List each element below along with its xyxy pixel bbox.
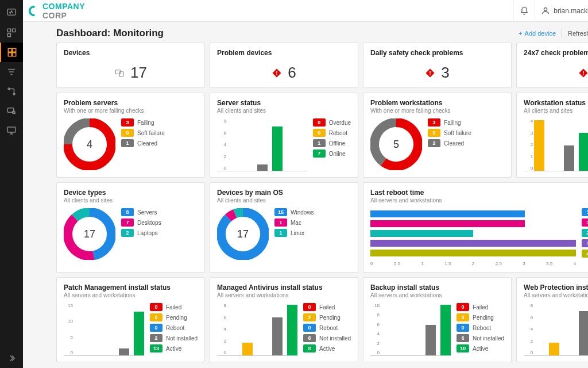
legend-item: 0 Failed bbox=[457, 303, 504, 311]
card-subtitle: All clients and sites bbox=[524, 108, 588, 114]
legend-label: Cleared bbox=[137, 140, 157, 147]
bar-chart: 1086420 bbox=[370, 303, 451, 356]
hbar-chart bbox=[370, 208, 576, 259]
kpi-problem-devices-card[interactable]: Problem devices 6 bbox=[210, 43, 358, 88]
problem-servers-card[interactable]: Problem servers With one or more failing… bbox=[56, 93, 205, 178]
legend-badge: 6 bbox=[457, 334, 469, 342]
web-protection-card[interactable]: Web Protection install status All server… bbox=[516, 277, 588, 362]
legend-label: Active bbox=[319, 346, 335, 352]
kpi-label: Problem devices bbox=[217, 49, 351, 57]
problem-workstations-card[interactable]: Problem workstations With one or more fa… bbox=[363, 93, 512, 178]
plus-icon: + bbox=[519, 30, 522, 37]
legend-label: Desktops bbox=[137, 220, 161, 226]
bar bbox=[287, 305, 297, 355]
y-axis: 151050 bbox=[64, 303, 73, 355]
legend-label: Active bbox=[166, 346, 181, 352]
svg-rect-7 bbox=[13, 53, 16, 56]
donut-total: 4 bbox=[64, 118, 115, 170]
legend-item: 0 Failed bbox=[303, 303, 351, 311]
brand-word2: CORP bbox=[42, 11, 67, 20]
notifications-button[interactable] bbox=[513, 0, 535, 22]
donut-total: 17 bbox=[217, 208, 269, 260]
legend-badge: 0 bbox=[313, 118, 326, 126]
dashboard-grid: Devices 17 Problem devices 6 Daily safet… bbox=[56, 43, 588, 362]
legend-label: Failed bbox=[473, 304, 488, 310]
card-title: Server status bbox=[217, 99, 351, 107]
legend-badge: 4 bbox=[582, 250, 588, 258]
legend-badge: 6 bbox=[303, 334, 316, 342]
legend-item: 1 Offline bbox=[313, 139, 351, 147]
devices-by-os-card[interactable]: Devices by main OS All clients and sites… bbox=[210, 182, 358, 273]
legend-label: Cleared bbox=[444, 140, 464, 147]
kpi-devices-card[interactable]: Devices 17 bbox=[56, 43, 205, 88]
legend-badge: 2 bbox=[582, 229, 588, 237]
bar bbox=[257, 164, 268, 171]
nav-item-presentation[interactable] bbox=[0, 121, 23, 140]
user-menu[interactable]: brian.mackie@solarw… bbox=[535, 0, 588, 22]
bar bbox=[564, 145, 574, 171]
patch-mgmt-card[interactable]: Patch Management install status All serv… bbox=[56, 277, 205, 362]
card-subtitle: All servers and workstations bbox=[370, 292, 504, 298]
legend-label: Soft failure bbox=[444, 130, 471, 136]
device-types-card[interactable]: Device types All clients and sites 17 8 … bbox=[56, 182, 205, 273]
card-subtitle: All servers and workstations bbox=[370, 197, 588, 204]
card-subtitle: With one or more failing checks bbox=[370, 108, 504, 114]
legend-badge: 0 bbox=[457, 313, 469, 321]
nav-item-expand[interactable] bbox=[0, 348, 23, 368]
bar bbox=[534, 120, 544, 171]
add-device-button[interactable]: + Add device bbox=[519, 30, 556, 37]
svg-rect-5 bbox=[13, 48, 16, 52]
last-reboot-card[interactable]: Last reboot time All servers and worksta… bbox=[363, 182, 588, 273]
svg-rect-2 bbox=[13, 29, 16, 32]
legend-item: 0 Soft failure bbox=[121, 129, 165, 137]
legend-label: Active bbox=[473, 346, 488, 352]
antivirus-card[interactable]: Managed Antivirus install status All ser… bbox=[210, 277, 358, 362]
legend-badge: 0 bbox=[303, 324, 316, 332]
kpi-daily-safety-card[interactable]: Daily safety check problems 3 bbox=[363, 43, 512, 88]
nav-item-monitoring[interactable] bbox=[0, 43, 23, 62]
svg-rect-34 bbox=[583, 74, 585, 75]
legend-badge: 3 bbox=[121, 118, 134, 126]
legend-item: 1 Mac bbox=[274, 218, 314, 227]
legend-label: Failing bbox=[137, 120, 154, 126]
alert-icon bbox=[578, 68, 588, 78]
legend-badge: 1 bbox=[274, 229, 287, 237]
bar bbox=[272, 317, 283, 355]
bar bbox=[425, 325, 436, 355]
divider bbox=[562, 29, 562, 37]
legend-item: 0 Reboot bbox=[150, 324, 198, 332]
svg-rect-31 bbox=[430, 71, 431, 74]
legend-item: 13 Active bbox=[150, 344, 198, 352]
legend-badge: 8 bbox=[121, 208, 134, 216]
nav-item-search[interactable] bbox=[0, 101, 23, 121]
legend-badge: 0 bbox=[303, 303, 316, 311]
legend-badge: 7 bbox=[121, 218, 134, 227]
legend-badge: 4 bbox=[582, 239, 588, 247]
bar-chart: 86420 bbox=[524, 303, 588, 356]
card-title: Backup install status bbox=[370, 283, 504, 292]
legend-item: 8 Servers bbox=[121, 208, 161, 216]
svg-point-13 bbox=[544, 7, 547, 10]
backup-card[interactable]: Backup install status All servers and wo… bbox=[363, 277, 512, 362]
legend-label: Pending bbox=[473, 315, 494, 321]
nav-item-filter[interactable] bbox=[0, 62, 23, 82]
kpi-247-check-card[interactable]: 24x7 check problems 5 bbox=[516, 43, 588, 88]
legend-badge: 1 bbox=[313, 139, 326, 147]
legend-label: Failing bbox=[444, 120, 461, 126]
workstation-status-card[interactable]: Workstation status All clients and sites… bbox=[516, 93, 588, 178]
brand-word1: COMPANY bbox=[42, 2, 85, 11]
refreshed-text: Refreshed 5:03:54 PM bbox=[568, 30, 588, 37]
legend: 3 Failing 0 Soft failure 1 Cleared bbox=[121, 118, 165, 147]
legend-item: 0 Reboot bbox=[303, 324, 351, 332]
legend-badge: 1 bbox=[274, 218, 287, 227]
server-status-card[interactable]: Server status All clients and sites 8642… bbox=[210, 93, 358, 178]
svg-rect-1 bbox=[7, 29, 10, 32]
nav-item-nodes[interactable] bbox=[0, 82, 23, 101]
legend-item: 2 Laptops bbox=[121, 229, 161, 237]
card-subtitle: With one or more failing checks bbox=[64, 108, 198, 114]
legend-label: Servers bbox=[137, 209, 157, 216]
nav-item-dashboards[interactable] bbox=[0, 23, 23, 43]
hbar bbox=[370, 250, 576, 256]
hbar bbox=[370, 210, 525, 217]
legend-label: Not installed bbox=[319, 335, 351, 342]
